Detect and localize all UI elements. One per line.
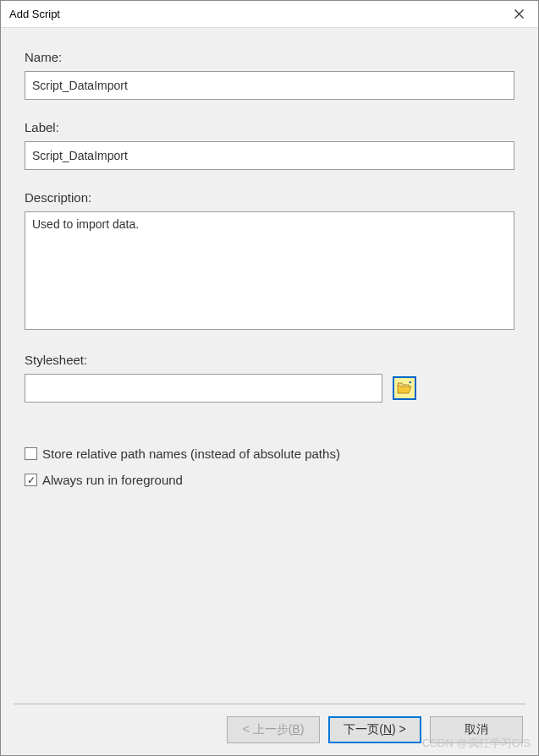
close-button[interactable]	[499, 1, 538, 28]
name-input[interactable]	[25, 71, 514, 100]
description-input[interactable]	[25, 211, 514, 330]
checkboxes-section: Store relative path names (instead of ab…	[25, 446, 514, 499]
cancel-button[interactable]: 取消	[430, 716, 523, 743]
button-bar: < 上一步(B) 下一页(N) > 取消	[1, 704, 538, 755]
back-button[interactable]: < 上一步(B)	[227, 716, 320, 743]
relative-path-checkbox[interactable]	[25, 447, 37, 460]
relative-path-label: Store relative path names (instead of ab…	[42, 446, 340, 461]
label-label: Label:	[25, 120, 514, 134]
spacer	[25, 499, 514, 704]
name-label: Name:	[25, 50, 514, 64]
titlebar: Add Script	[1, 1, 538, 28]
foreground-checkbox[interactable]	[25, 474, 37, 486]
next-button[interactable]: 下一页(N) >	[328, 716, 421, 743]
window-title: Add Script	[9, 8, 60, 20]
stylesheet-label: Stylesheet:	[25, 353, 514, 367]
label-input[interactable]	[25, 141, 514, 170]
browse-button[interactable]	[393, 376, 416, 400]
folder-open-icon	[397, 381, 412, 395]
name-group: Name:	[25, 50, 514, 100]
description-group: Description:	[25, 190, 514, 332]
relative-path-row: Store relative path names (instead of ab…	[25, 446, 514, 461]
close-icon	[514, 9, 524, 19]
dialog-window: Add Script Name: Label: Description: Sty…	[0, 0, 539, 756]
label-group: Label:	[25, 120, 514, 170]
foreground-row: Always run in foreground	[25, 473, 514, 487]
stylesheet-group: Stylesheet:	[25, 353, 514, 403]
description-label: Description:	[25, 190, 514, 205]
stylesheet-input[interactable]	[25, 374, 382, 403]
foreground-label: Always run in foreground	[42, 473, 183, 487]
dialog-content: Name: Label: Description: Stylesheet:	[1, 28, 538, 704]
